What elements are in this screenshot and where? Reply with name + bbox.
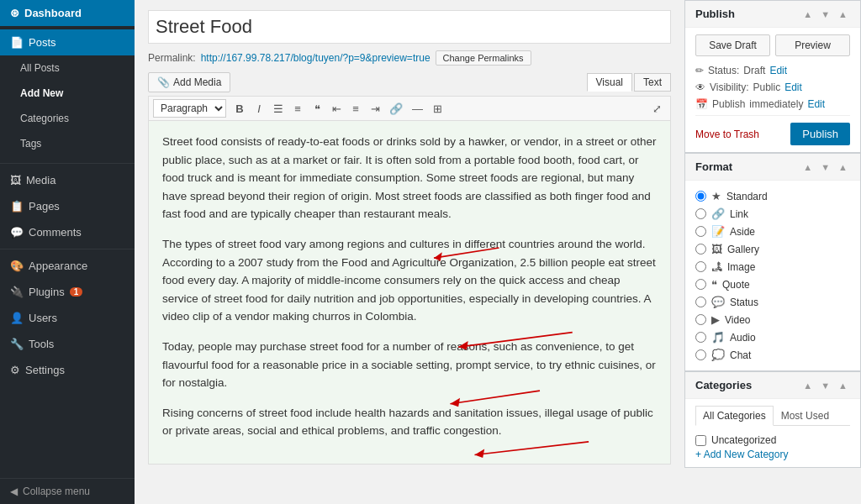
align-left-btn[interactable]: ⇤ (327, 100, 346, 118)
format-radio-quote[interactable] (695, 279, 706, 290)
media-label: Media (26, 174, 55, 186)
permalink-url[interactable]: http://167.99.78.217/blog/tuyen/?p=9&pre… (201, 52, 430, 64)
format-option-standard[interactable]: ★Standard (695, 187, 850, 205)
sidebar-item-pages[interactable]: 📋 Pages (0, 193, 135, 219)
format-radio-audio[interactable] (695, 332, 706, 343)
editor-content[interactable]: Street food consists of ready-to-eat foo… (148, 120, 671, 465)
visual-tab[interactable]: Visual (587, 73, 632, 92)
italic-btn[interactable]: I (250, 100, 268, 118)
paragraph-1: Street food consists of ready-to-eat foo… (162, 133, 657, 223)
add-media-icon: 📎 (157, 76, 170, 88)
format-radio-video[interactable] (695, 314, 706, 325)
sidebar-item-media[interactable]: 🖼 Media (0, 167, 135, 193)
more-btn[interactable]: — (408, 100, 427, 118)
format-option-chat[interactable]: 💭Chat (695, 346, 850, 364)
svg-marker-7 (475, 449, 485, 458)
svg-line-4 (450, 391, 540, 404)
format-option-audio[interactable]: 🎵Audio (695, 328, 850, 346)
publish-box-collapse-btn[interactable]: ▲ (800, 8, 815, 20)
category-item[interactable]: Uncategorized (695, 433, 850, 448)
visibility-edit-link[interactable]: Edit (784, 81, 802, 93)
sidebar-item-comments[interactable]: 💬 Comments (0, 219, 135, 245)
preview-btn[interactable]: Preview (775, 34, 850, 56)
ol-btn[interactable]: ☰ (269, 100, 288, 118)
post-title-input[interactable] (148, 10, 671, 44)
format-label-audio: Audio (730, 332, 756, 344)
publish-btn[interactable]: Publish (790, 123, 850, 145)
all-posts-label: All Posts (20, 62, 60, 74)
format-radio-chat[interactable] (695, 349, 706, 360)
sidebar-item-tools[interactable]: 🔧 Tools (0, 331, 135, 357)
media-icon: 🖼 (10, 174, 21, 186)
table-btn[interactable]: ⊞ (428, 100, 446, 118)
format-option-gallery[interactable]: 🖼Gallery (695, 240, 850, 258)
category-checkbox[interactable] (695, 435, 706, 446)
format-radio-image[interactable] (695, 261, 706, 272)
categories-box-toggle-btn[interactable]: ▲ (836, 380, 850, 391)
move-trash-btn[interactable]: Move to Trash (695, 129, 759, 140)
format-radio-status[interactable] (695, 297, 706, 307)
change-permalinks-btn[interactable]: Change Permalinks (436, 50, 531, 66)
sidebar-item-all-posts[interactable]: All Posts (0, 55, 135, 81)
format-option-video[interactable]: ▶Video (695, 311, 850, 328)
save-draft-btn[interactable]: Save Draft (695, 34, 770, 56)
sidebar-item-categories[interactable]: Categories (0, 106, 135, 131)
format-option-link[interactable]: 🔗Link (695, 205, 850, 223)
sidebar-item-appearance[interactable]: 🎨 Appearance (0, 253, 135, 279)
format-option-status[interactable]: 💬Status (695, 293, 850, 311)
publish-box-header: Publish ▲ ▼ ▲ (685, 1, 860, 28)
status-edit-link[interactable]: Edit (769, 65, 787, 76)
bold-btn[interactable]: B (230, 100, 249, 118)
categories-box-up-btn[interactable]: ▲ (800, 380, 815, 391)
collapse-label: Collapse menu (23, 486, 90, 497)
sidebar-item-settings[interactable]: ⚙ Settings (0, 357, 135, 383)
right-panel: Publish ▲ ▼ ▲ Save Draft Preview ✏ Statu… (684, 0, 861, 504)
paragraph-4: Rising concerns of street food include h… (162, 404, 657, 440)
italic-icon: I (257, 102, 261, 115)
format-radio-gallery[interactable] (695, 244, 706, 255)
publish-time-edit-link[interactable]: Edit (807, 98, 825, 110)
ul-btn[interactable]: ≡ (288, 100, 307, 118)
plugins-badge: 1 (70, 287, 83, 297)
expand-btn[interactable]: ⤢ (647, 100, 666, 118)
format-radio-link[interactable] (695, 208, 706, 219)
format-box-toggle-btn[interactable]: ▲ (836, 161, 850, 173)
align-right-btn[interactable]: ⇥ (366, 100, 384, 118)
plugins-label: Plugins (29, 286, 65, 298)
format-radio-standard[interactable] (695, 191, 706, 202)
more-icon: — (412, 102, 423, 115)
publish-box-close-btn[interactable]: ▲ (836, 8, 850, 20)
categories-box-down-btn[interactable]: ▼ (818, 380, 832, 391)
all-categories-tab[interactable]: All Categories (695, 406, 774, 426)
publish-time-icon: 📅 (695, 98, 708, 110)
collapse-menu-btn[interactable]: ◀ Collapse menu (0, 478, 135, 504)
text-tab[interactable]: Text (634, 73, 671, 92)
sidebar-item-add-new[interactable]: Add New (0, 81, 135, 106)
paragraph-select[interactable]: Paragraph (153, 99, 226, 118)
format-box-down-btn[interactable]: ▼ (818, 161, 832, 173)
format-option-image[interactable]: 🏞Image (695, 258, 850, 276)
editor-toolbar-top: 📎 Add Media Visual Text (148, 72, 671, 92)
sidebar: ⊛ Dashboard 📄 Posts All Posts Add New Ca… (0, 0, 135, 504)
format-option-quote[interactable]: ❝Quote (695, 276, 850, 293)
sidebar-item-posts[interactable]: 📄 Posts (0, 29, 135, 55)
blockquote-btn[interactable]: ❝ (308, 100, 326, 118)
add-media-label: Add Media (173, 76, 221, 88)
format-label-link: Link (730, 208, 748, 220)
sidebar-item-tags[interactable]: Tags (0, 131, 135, 156)
add-media-btn[interactable]: 📎 Add Media (148, 72, 230, 92)
sidebar-item-users[interactable]: 👤 Users (0, 305, 135, 331)
users-label: Users (29, 312, 57, 324)
settings-label: Settings (25, 364, 65, 376)
align-center-btn[interactable]: ≡ (346, 100, 365, 118)
most-used-tab[interactable]: Most Used (774, 406, 837, 426)
format-box-up-btn[interactable]: ▲ (800, 161, 815, 173)
link-btn[interactable]: 🔗 (385, 100, 407, 118)
categories-box: Categories ▲ ▼ ▲ All Categories Most Use… (684, 371, 861, 468)
sidebar-item-plugins[interactable]: 🔌 Plugins 1 (0, 279, 135, 305)
format-radio-aside[interactable] (695, 226, 706, 237)
add-new-category-link[interactable]: + Add New Category (695, 449, 788, 460)
format-option-aside[interactable]: 📝Aside (695, 223, 850, 240)
publish-box-toggle-btn[interactable]: ▼ (818, 8, 832, 20)
dashboard-logo[interactable]: ⊛ Dashboard (0, 0, 135, 26)
